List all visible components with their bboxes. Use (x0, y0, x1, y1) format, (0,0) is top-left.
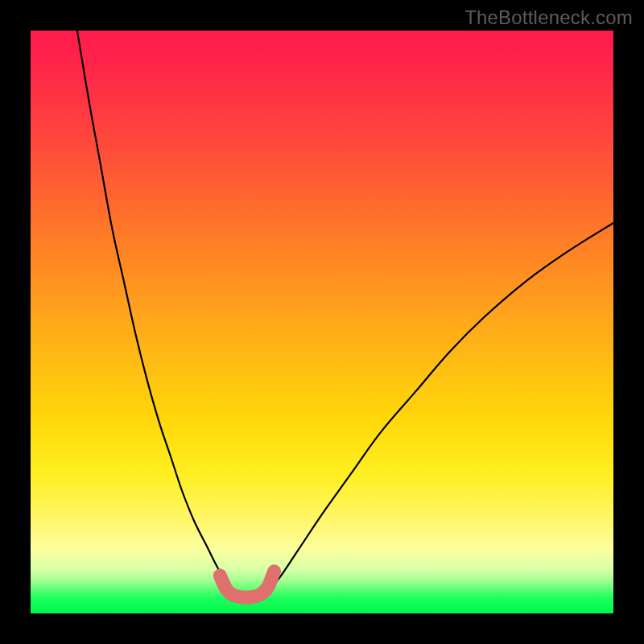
marker-pink-floor (220, 572, 274, 597)
curve-black-left (77, 31, 235, 590)
chart-frame: TheBottleneck.com (0, 0, 644, 644)
watermark-text: TheBottleneck.com (464, 6, 633, 29)
curve-layer (31, 31, 613, 613)
plot-area (31, 31, 613, 613)
curve-black-right (270, 223, 613, 590)
